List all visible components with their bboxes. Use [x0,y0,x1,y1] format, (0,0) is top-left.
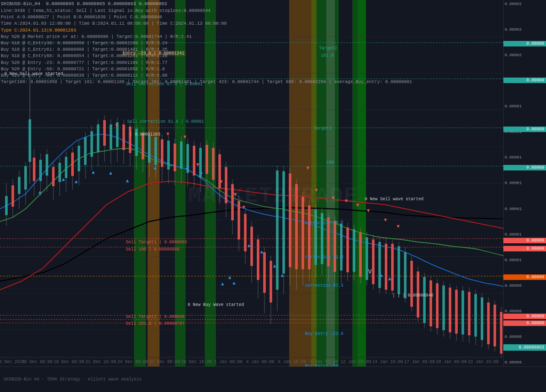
svg-rect-130 [353,229,355,272]
svg-rect-102 [263,252,266,293]
price-level-3: 0.00002 [505,53,545,58]
time-label-7: 1 Jan 08:00 [214,360,242,364]
price-badge-red-2: 0.00000 [503,246,546,251]
svg-rect-38 [58,163,61,182]
svg-rect-114 [302,197,304,269]
svg-rect-172 [487,303,490,344]
svg-rect-138 [378,242,381,288]
svg-rect-110 [289,173,291,267]
svg-rect-76 [180,141,183,169]
svg-rect-80 [193,146,195,176]
time-label-5: 27 Dec 00:00 [149,360,180,364]
time-label-14: 20 Jan 00:00 [436,360,467,364]
time-label-0: 13 Dec 2023 [0,360,25,364]
svg-rect-148 [410,261,413,307]
type-info: Type C:2024.01.13|0.00001293 [1,27,412,34]
svg-rect-166 [468,292,470,335]
svg-rect-152 [423,277,426,323]
time-label-2: 19 Dec 00:00 [54,360,84,364]
price-level-15: 0.00000 [505,360,545,365]
svg-rect-132 [359,232,362,277]
svg-rect-26 [24,166,27,190]
time-label-11: 12 Jan 00:00 [340,360,371,364]
chart-info: SHIBUSD-Bin H4 · TEMA Strategy · elliott… [3,377,142,382]
svg-rect-120 [321,213,323,264]
svg-rect-174 [494,305,496,346]
time-label-9: 6 Jan 16:00 [278,360,306,364]
svg-rect-124 [334,221,336,272]
svg-rect-164 [462,291,464,334]
svg-rect-170 [481,297,483,340]
current-price-badge: 0.00000863 [503,344,546,351]
svg-rect-140 [385,244,387,290]
time-label-8: 4 Jan 00:00 [246,360,274,364]
time-label-4: 24 Dec 08:00 [117,360,148,364]
price-level-12: 0.00000 [505,283,545,288]
svg-rect-176 [500,312,502,354]
svg-rect-156 [436,283,439,328]
time-label-13: 17 Jan 08:00 [404,360,435,364]
indicator-line: Line:3436 | tema_h1_status: Sell | Last … [1,8,412,14]
chart-container: MARKET2TRADE [0,0,546,392]
info-panel: SHIBUSD-Bin_H4 0.00000865 0.00000865 0.0… [1,1,412,86]
time-label-15: 22 Jan 16:00 [468,360,499,364]
price-badge-orange: 0.00000 [503,274,546,280]
svg-rect-48 [90,131,93,157]
svg-rect-62 [135,129,138,156]
price-level-11: 0.00001 [505,258,545,262]
price-level-7: 0.00001 [505,155,545,160]
time-label-12: 14 Jan 16:00 [372,360,403,364]
svg-rect-160 [449,288,451,332]
svg-rect-118 [314,210,317,265]
svg-rect-34 [46,154,48,176]
svg-rect-24 [18,177,20,194]
svg-rect-82 [199,148,202,178]
svg-rect-86 [212,148,215,180]
price-level-14: 0.00000 [505,334,545,339]
time-label-10: 9 Jan 08:00 [310,360,338,364]
svg-rect-78 [186,144,189,173]
svg-rect-100 [257,239,259,280]
svg-rect-168 [474,294,477,337]
buy-entry88: Buy %20 @ Entry -88: 0.00000639 | Target… [1,72,412,79]
svg-rect-84 [206,145,208,174]
time-label-6: 29 Dec 16:00 [181,360,212,364]
price-badge-red-3: 0.00000 [503,314,546,319]
price-level-13: 0.00000 [505,309,545,314]
svg-rect-106 [276,170,279,290]
svg-rect-22 [12,185,14,207]
svg-rect-42 [71,153,74,176]
svg-rect-74 [174,144,176,171]
price-level-1: 0.00002 [505,2,545,6]
price-level-10: 0.00001 [505,232,545,237]
buy-c88: Buy %10 @ C_Entry88: 0.00000854 | Target… [1,53,412,59]
price-level-2: 0.00002 [505,27,545,32]
svg-rect-70 [161,139,163,167]
buy-market: Buy %20 @ Market price or at: 0.00000896… [1,34,412,40]
svg-rect-162 [455,290,458,334]
price-axis: 0.00002 0.00002 0.00002 0.00001 0.00001 … [503,0,546,366]
time-line: Time A:2024.01.03 12:00:00 | Time B:2024… [1,20,412,27]
svg-rect-68 [154,137,157,165]
time-label-1: 16 Dec 08:00 [22,360,52,364]
price-level-5: 0.00001 [505,104,545,109]
price-badge-green-2: 0.00000 [503,78,546,83]
svg-rect-32 [39,160,42,181]
svg-rect-72 [167,141,170,170]
svg-rect-122 [327,217,330,266]
svg-rect-92 [231,184,234,220]
svg-rect-30 [33,158,35,181]
price-badge-green-4: 0.00000 [503,165,546,170]
svg-rect-28 [29,119,31,162]
svg-rect-126 [340,224,343,271]
svg-rect-142 [391,244,394,291]
svg-rect-52 [103,120,106,146]
time-label-3: 21 Dec 16:00 [86,360,116,364]
svg-rect-116 [308,205,311,269]
price-badge-red-1: 0.00000 [503,238,546,243]
svg-rect-60 [129,127,131,153]
svg-rect-40 [65,157,67,178]
buy-entry23: Buy %20 @ Entry -23: 0.00000777 | Target… [1,60,412,66]
price-badge-red-4: 0.00000 [503,320,546,326]
buy-c38: Buy %10 @ C_Entry38: 0.00000958 | Target… [1,40,412,46]
